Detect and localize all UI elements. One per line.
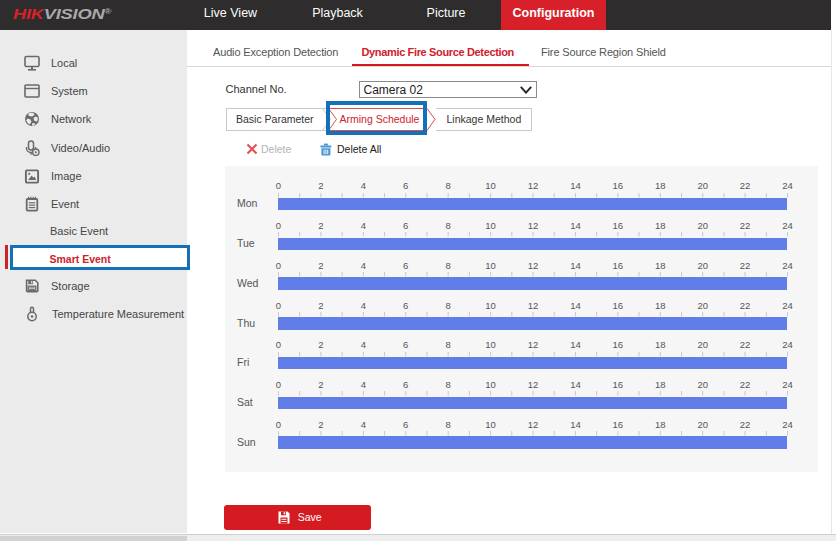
svg-text:Basic Parameter: Basic Parameter	[236, 113, 314, 125]
svg-text:Delete: Delete	[261, 143, 292, 155]
svg-text:Delete All: Delete All	[337, 143, 381, 155]
svg-text:Linkage Method: Linkage Method	[446, 113, 521, 125]
